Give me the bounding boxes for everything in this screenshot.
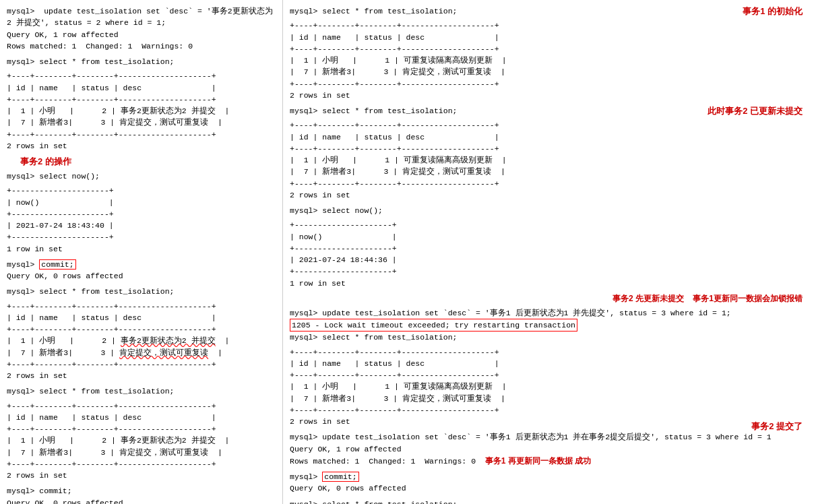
r2-section: 此时事务2 已更新未提交 mysql> select * from test_i… [290,105,809,201]
l2-table: +----+--------+--------+----------------… [7,70,276,152]
r1-section: mysql> select * from test_isolation; +--… [290,5,809,101]
r5-cmd: mysql> update test_isolation set `desc` … [290,431,809,467]
l5-cmd: mysql> select * from test_isolation; [7,286,276,297]
l-ann-1: 事务2 的操作 [20,156,276,168]
l7-cmd: mysql> commit; Query OK, 0 rows affected [7,485,276,504]
l6-table: +----+--------+--------+----------------… [7,400,276,482]
annotation-l-tx2-op: 事务2 的操作 [20,156,71,168]
r1-cmd: mysql> select * from test_isolation; [290,5,809,17]
l6-cmd: mysql> select * from test_isolation; [7,385,276,397]
annotation-r-lock-error: 事务2 先更新未提交 事务1更新同一数据会加锁报错 [613,293,803,305]
r6-cmd: mysql> commit; Query OK, 0 rows affected [290,471,809,495]
r4-cmd: mysql> update test_isolation set `desc` … [290,307,809,344]
l3-cmd: mysql> select now(); [7,170,276,182]
l6-section: mysql> select * from test_isolation; +--… [7,385,276,481]
r4-section: mysql> update test_isolation set `desc` … [290,307,809,428]
l2-cmd: mysql> select * from test_isolation; [7,56,276,67]
r1-table: +----+--------+--------+----------------… [290,20,809,101]
l7-section: mysql> commit; Query OK, 0 rows affected [7,485,276,504]
annotation-r-tx1-init: 事务1 的初始化 [743,5,803,18]
commit-highlight-r: commit; [322,472,358,482]
r7-cmd: mysql> select * from test_isolation; [290,499,809,505]
left-panel: mysql> update test_isolation set `desc` … [0,0,283,504]
l3-table: +---------------------+ | now() | +-----… [7,185,276,255]
annotation-r-tx2-nocommit: 此时事务2 已更新未提交 [708,105,803,117]
l1-section: mysql> update test_isolation set `desc` … [7,5,276,52]
l5-section: mysql> select * from test_isolation; +--… [7,286,276,381]
l5-table: +----+--------+--------+----------------… [7,301,276,382]
r6-section: mysql> commit; Query OK, 0 rows affected [290,471,809,495]
annotation-r-tx1-success: 事务1 再更新同一条数据 成功 [485,455,591,467]
l1-cmd: mysql> update test_isolation set `desc` … [7,5,276,52]
r3-section: mysql> select now(); +------------------… [290,205,809,289]
lock-error-msg: 1205 - Lock wait timeout exceeded; try r… [290,319,577,332]
l2-section: mysql> select * from test_isolation; +--… [7,56,276,152]
r2-table: +----+--------+--------+----------------… [290,119,809,201]
right-panel: 事务1 的初始化 mysql> select * from test_isola… [283,0,816,504]
l3-section: mysql> select now(); +------------------… [7,170,276,255]
commit-highlight-l: commit; [39,259,75,270]
r3-cmd: mysql> select now(); [290,205,809,216]
l4-cmd: mysql> commit; Query OK, 0 rows affected [7,259,276,282]
l4-section: mysql> commit; Query OK, 0 rows affected [7,259,276,282]
r-ann-lock: 事务2 先更新未提交 事务1更新同一数据会加锁报错 [303,293,803,305]
r3-table: +---------------------+ | now() | +-----… [290,219,809,289]
r4-table: +----+--------+--------+----------------… [290,346,809,428]
r5-section: mysql> update test_isolation set `desc` … [290,431,809,467]
r7-section: mysql> select * from test_isolation; +--… [290,499,809,505]
main-container: mysql> update test_isolation set `desc` … [0,0,816,504]
